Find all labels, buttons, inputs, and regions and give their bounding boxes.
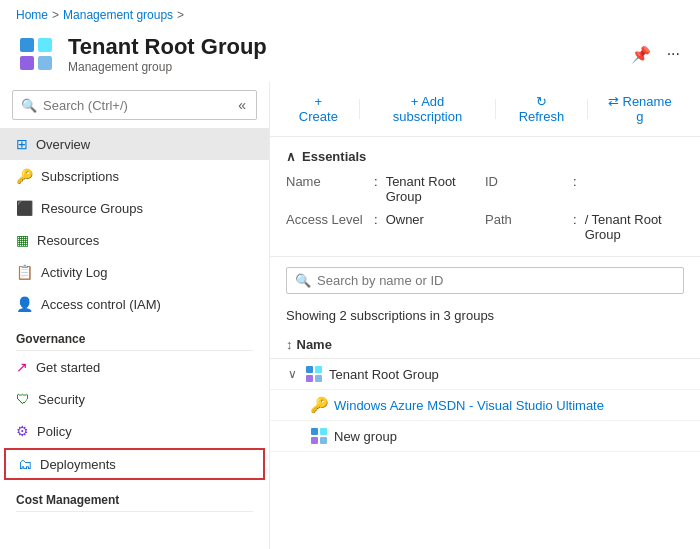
toolbar-divider-2	[495, 99, 496, 119]
sidebar-label-resource-groups: Resource Groups	[41, 201, 143, 216]
svg-rect-0	[20, 38, 34, 52]
tree-item-subscription[interactable]: 🔑 Windows Azure MSDN - Visual Studio Ult…	[270, 390, 700, 421]
essentials-header[interactable]: ∧ Essentials	[286, 149, 684, 164]
page-subtitle: Management group	[68, 60, 615, 74]
essentials-path-row: Path : / Tenant Root Group	[485, 210, 684, 244]
essentials-section: ∧ Essentials Name : Tenant Root Group ID…	[270, 137, 700, 257]
add-subscription-button[interactable]: + Add subscription	[368, 90, 488, 128]
tree-item-new-group[interactable]: New group	[270, 421, 700, 452]
subscription-icon: 🔑	[310, 396, 328, 414]
sidebar-item-deployments[interactable]: 🗂 Deployments	[4, 448, 265, 480]
svg-rect-7	[315, 375, 322, 382]
sidebar: 🔍 « ⊞ Overview 🔑 Subscriptions ⬛ Resourc…	[0, 82, 270, 549]
overview-icon: ⊞	[16, 136, 28, 152]
breadcrumb-home[interactable]: Home	[16, 8, 48, 22]
toolbar: + Create + Add subscription ↻ Refresh ⇄ …	[270, 82, 700, 137]
deployments-icon: 🗂	[18, 456, 32, 472]
essentials-access-label: Access Level	[286, 212, 366, 242]
content-search-container: 🔍	[286, 267, 684, 294]
showing-text: Showing 2 subscriptions in 3 groups	[270, 304, 700, 331]
policy-icon: ⚙	[16, 423, 29, 439]
activity-log-icon: 📋	[16, 264, 33, 280]
sidebar-item-overview[interactable]: ⊞ Overview	[0, 128, 269, 160]
sidebar-label-security: Security	[38, 392, 85, 407]
svg-rect-9	[320, 428, 327, 435]
toolbar-divider-1	[359, 99, 360, 119]
sidebar-item-resources[interactable]: ▦ Resources	[0, 224, 269, 256]
header-title-group: Tenant Root Group Management group	[68, 34, 615, 74]
svg-rect-8	[311, 428, 318, 435]
sidebar-label-resources: Resources	[37, 233, 99, 248]
expand-root-button[interactable]: ∨	[286, 365, 299, 383]
essentials-grid: Name : Tenant Root Group ID : Access Lev…	[286, 172, 684, 244]
pin-button[interactable]: 📌	[627, 41, 655, 68]
essentials-chevron-icon: ∧	[286, 149, 296, 164]
breadcrumb-management-groups[interactable]: Management groups	[63, 8, 173, 22]
name-column-label: Name	[297, 337, 332, 352]
sidebar-item-activity-log[interactable]: 📋 Activity Log	[0, 256, 269, 288]
create-button[interactable]: + Create	[286, 90, 351, 128]
get-started-icon: ↗	[16, 359, 28, 375]
essentials-path-label: Path	[485, 212, 565, 242]
sidebar-search-container: 🔍 «	[12, 90, 257, 120]
sidebar-label-subscriptions: Subscriptions	[41, 169, 119, 184]
sidebar-item-access-control[interactable]: 👤 Access control (IAM)	[0, 288, 269, 320]
content-area: + Create + Add subscription ↻ Refresh ⇄ …	[270, 82, 700, 549]
content-search-input[interactable]	[317, 273, 675, 288]
name-column-header[interactable]: ↕ Name	[270, 331, 700, 359]
page-header: Tenant Root Group Management group 📌 ···	[0, 30, 700, 82]
svg-rect-3	[38, 56, 52, 70]
essentials-name-row: Name : Tenant Root Group	[286, 172, 485, 206]
sidebar-item-policy[interactable]: ⚙ Policy	[0, 415, 269, 447]
essentials-id-sep: :	[573, 174, 577, 204]
essentials-name-value: Tenant Root Group	[386, 174, 485, 204]
toolbar-divider-3	[587, 99, 588, 119]
sidebar-label-deployments: Deployments	[40, 457, 116, 472]
more-button[interactable]: ···	[663, 41, 684, 67]
sort-icon: ↕	[286, 337, 293, 352]
essentials-path-value: / Tenant Root Group	[585, 212, 684, 242]
breadcrumb-sep1: >	[52, 8, 59, 22]
essentials-path-sep: :	[573, 212, 577, 242]
svg-rect-10	[311, 437, 318, 444]
sidebar-item-resource-groups[interactable]: ⬛ Resource Groups	[0, 192, 269, 224]
sidebar-item-security[interactable]: 🛡 Security	[0, 383, 269, 415]
resources-icon: ▦	[16, 232, 29, 248]
main-layout: 🔍 « ⊞ Overview 🔑 Subscriptions ⬛ Resourc…	[0, 82, 700, 549]
subscription-link[interactable]: Windows Azure MSDN - Visual Studio Ultim…	[334, 398, 604, 413]
rename-button[interactable]: ⇄ Rename g	[596, 90, 684, 128]
root-group-name: Tenant Root Group	[329, 367, 439, 382]
page-header-icon	[16, 34, 56, 74]
resource-groups-icon: ⬛	[16, 200, 33, 216]
sidebar-label-overview: Overview	[36, 137, 90, 152]
essentials-name-label: Name	[286, 174, 366, 204]
essentials-label: Essentials	[302, 149, 366, 164]
content-search-icon: 🔍	[295, 273, 311, 288]
new-group-icon	[310, 427, 328, 445]
essentials-access-value: Owner	[386, 212, 424, 242]
sidebar-collapse-button[interactable]: «	[236, 95, 248, 115]
root-group-icon	[305, 365, 323, 383]
sidebar-label-get-started: Get started	[36, 360, 100, 375]
page-title: Tenant Root Group	[68, 34, 615, 60]
sidebar-item-subscriptions[interactable]: 🔑 Subscriptions	[0, 160, 269, 192]
security-icon: 🛡	[16, 391, 30, 407]
essentials-access-row: Access Level : Owner	[286, 210, 485, 244]
svg-rect-5	[315, 366, 322, 373]
sidebar-item-get-started[interactable]: ↗ Get started	[0, 351, 269, 383]
tree-item-root-group[interactable]: ∨ Tenant Root Group	[270, 359, 700, 390]
breadcrumb: Home > Management groups >	[0, 0, 700, 30]
sidebar-label-access-control: Access control (IAM)	[41, 297, 161, 312]
sidebar-label-policy: Policy	[37, 424, 72, 439]
subscriptions-icon: 🔑	[16, 168, 33, 184]
cost-management-section-header: Cost Management	[0, 481, 269, 511]
access-control-icon: 👤	[16, 296, 33, 312]
essentials-id-label: ID	[485, 174, 565, 204]
header-actions: 📌 ···	[627, 41, 684, 68]
refresh-button[interactable]: ↻ Refresh	[504, 90, 578, 128]
svg-rect-6	[306, 375, 313, 382]
essentials-name-sep: :	[374, 174, 378, 204]
governance-section-header: Governance	[0, 320, 269, 350]
sidebar-search-input[interactable]	[43, 98, 230, 113]
essentials-id-row: ID :	[485, 172, 684, 206]
